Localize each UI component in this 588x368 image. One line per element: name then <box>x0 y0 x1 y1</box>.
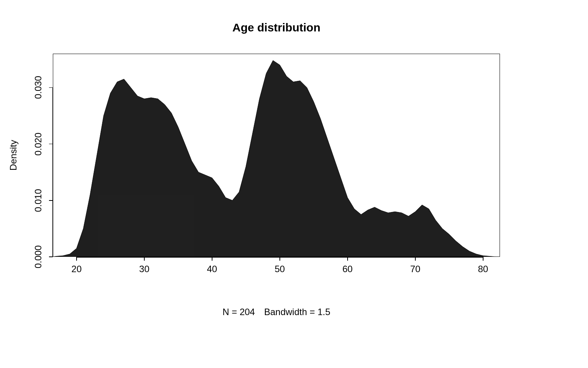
density-plot-svg <box>53 54 500 257</box>
y-axis-label-text: Density <box>8 140 19 171</box>
x-tick-label: 50 <box>274 264 285 274</box>
x-tick-label: 70 <box>410 264 420 274</box>
x-tick <box>483 257 483 261</box>
x-tick <box>212 257 212 261</box>
y-tick-label: 0.000 <box>33 245 44 268</box>
x-tick-label: 30 <box>139 264 150 274</box>
y-axis-label: Density <box>8 54 19 257</box>
x-tick <box>415 257 416 261</box>
y-tick-label: 0.010 <box>33 189 44 212</box>
y-tick-label: 0.020 <box>33 133 44 156</box>
x-tick <box>144 257 145 261</box>
chart-container: Age distribution Density N = 204 Bandwid… <box>0 0 588 368</box>
y-tick-label: 0.030 <box>33 76 44 99</box>
x-tick <box>347 257 348 261</box>
x-tick-label: 60 <box>342 264 353 274</box>
x-tick-label: 40 <box>207 264 217 274</box>
x-tick <box>279 257 280 261</box>
x-tick <box>76 257 77 261</box>
chart-title: Age distribution <box>53 21 500 34</box>
y-axis-line <box>52 87 53 257</box>
x-tick-label: 80 <box>478 264 488 274</box>
x-axis-label: N = 204 Bandwidth = 1.5 <box>53 307 500 317</box>
x-axis-line <box>77 257 483 258</box>
x-tick-label: 20 <box>72 264 82 274</box>
